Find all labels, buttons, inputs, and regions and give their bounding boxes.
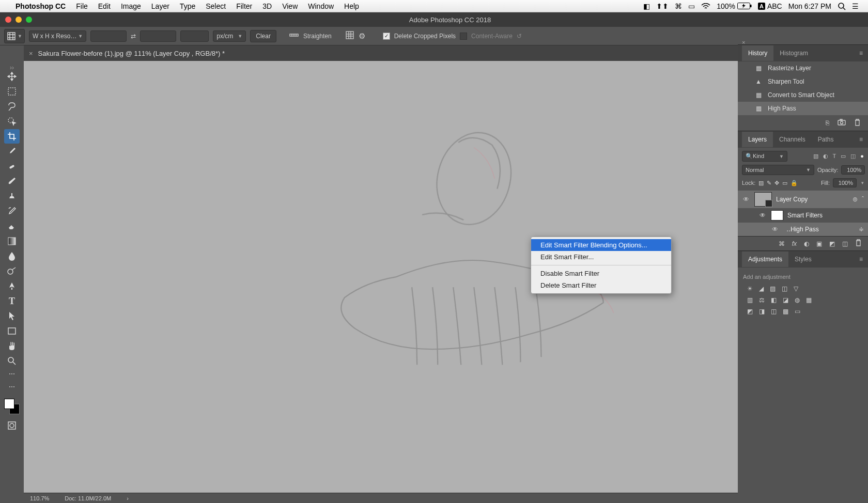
adj-selective-icon[interactable]: ▩ [783,308,788,315]
history-item[interactable]: ▦Rasterize Layer [738,61,868,75]
blur-tool[interactable] [4,249,20,263]
menu-file[interactable]: File [71,2,93,10]
delete-layer-icon[interactable] [855,239,862,248]
adj-balance-icon[interactable]: ⚖ [759,296,765,304]
new-adjustment-icon[interactable]: ◩ [829,240,835,247]
crop-resolution-input[interactable] [180,30,209,42]
swap-dimensions-icon[interactable]: ⇄ [131,33,136,40]
history-item[interactable]: ▲Sharpen Tool [738,75,868,88]
add-mask-icon[interactable]: ◐ [804,240,809,247]
menu-help[interactable]: Help [339,2,364,10]
menu-filter[interactable]: Filter [231,2,257,10]
crop-width-input[interactable] [90,30,127,42]
lock-all-icon[interactable]: 🔒 [791,180,798,186]
window-minimize-button[interactable] [16,17,22,23]
quick-mask-toggle[interactable] [4,418,20,433]
filter-mask-thumbnail[interactable] [771,210,783,221]
history-item[interactable]: ▦High Pass [738,102,868,115]
dodge-tool[interactable] [4,264,20,278]
adj-photo-filter-icon[interactable]: ◪ [783,296,788,304]
clone-stamp-tool[interactable] [4,189,20,203]
filter-adjust-icon[interactable]: ◐ [823,153,828,160]
airplay-icon[interactable]: ▭ [685,2,698,10]
adj-levels-icon[interactable]: ◢ [759,285,764,292]
adj-posterize-icon[interactable]: ◨ [759,308,765,315]
new-group-icon[interactable]: ▣ [816,240,822,247]
straighten-label[interactable]: Straighten [303,33,332,40]
adj-brightness-icon[interactable]: ☀ [747,285,753,292]
layers-panel-menu-icon[interactable]: ≡ [854,136,868,143]
tab-channels[interactable]: Channels [773,132,812,147]
history-delete-icon[interactable] [854,119,861,128]
document-tab[interactable]: × Sakura Flower-before (1).jpg @ 111% (L… [29,50,225,57]
zoom-tool[interactable] [4,354,20,368]
layer-expand-icon[interactable]: ˆ [862,196,864,203]
tab-adjustments[interactable]: Adjustments [742,252,788,267]
menu-edit[interactable]: Edit [93,2,116,10]
status-disclosure-icon[interactable]: › [127,495,129,501]
history-new-doc-icon[interactable]: ⎘ [826,119,829,127]
layer-row[interactable]: 👁 Layer Copy ⊚ ˆ [738,191,868,208]
adj-vibrance-icon[interactable]: ▽ [794,285,798,292]
crop-settings-icon[interactable]: ⚙ [359,32,365,41]
tab-layers[interactable]: Layers [742,132,773,147]
clock[interactable]: Mon 6:27 PM [785,2,834,10]
adj-invert-icon[interactable]: ◩ [747,308,753,315]
history-brush-tool[interactable] [4,204,20,218]
menu-view[interactable]: View [277,2,303,10]
crop-units-select[interactable]: px/cm▼ [213,30,246,42]
smart-filters-row[interactable]: 👁 Smart Filters [738,208,868,223]
menu-select[interactable]: Select [200,2,231,10]
delete-cropped-checkbox[interactable]: ✓ [383,33,390,40]
close-tab-icon[interactable]: × [29,50,33,57]
adj-lut-icon[interactable]: ▦ [806,296,812,304]
menu-extras-icon[interactable]: ☰ [849,2,862,10]
menubar-app-icon[interactable]: ◧ [640,2,653,10]
history-panel-menu-icon[interactable]: ≡ [854,50,868,57]
color-swatches[interactable] [4,399,20,414]
panel-group-close-icon[interactable]: × [742,39,745,45]
filter-smart-icon[interactable]: ◫ [850,153,856,160]
reset-crop-icon[interactable]: ↻ [517,33,522,40]
layer-filter-kind[interactable]: 🔍Kind▼ [742,151,787,162]
options-tool-indicator[interactable]: ▼ [4,29,25,43]
blend-mode-select[interactable]: Normal▼ [742,165,814,175]
menu-type[interactable]: Type [175,2,200,10]
fill-value[interactable]: 100% [833,178,857,187]
straighten-icon[interactable] [289,31,299,41]
lasso-tool[interactable] [4,99,20,114]
lock-transparency-icon[interactable]: ▨ [758,180,764,186]
ctx-disable-smart-filter[interactable]: Disable Smart Filter [531,268,671,279]
adj-exposure-icon[interactable]: ◫ [782,285,787,292]
dropbox-icon[interactable]: ⬆⬆ [653,2,672,10]
hand-tool[interactable] [4,339,20,353]
adj-threshold-icon[interactable]: ◫ [771,308,777,315]
adj-bw-icon[interactable]: ◧ [771,296,777,304]
app-menu[interactable]: Photoshop CC [10,2,71,10]
layer-thumbnail[interactable] [754,192,772,207]
adjustments-panel-menu-icon[interactable]: ≡ [854,256,868,263]
spotlight-icon[interactable] [834,2,849,10]
history-snapshot-icon[interactable] [838,119,846,127]
brush-tool[interactable] [4,174,20,188]
path-select-tool[interactable] [4,309,20,323]
status-zoom[interactable]: 110.7% [30,495,49,501]
layer-fx-icon[interactable]: fx [792,240,797,247]
tab-styles[interactable]: Styles [788,252,818,267]
clear-button[interactable]: Clear [250,30,276,42]
history-item[interactable]: ▦Convert to Smart Object [738,88,868,102]
tools-expand-grip[interactable]: ›› [10,64,14,69]
menu-image[interactable]: Image [116,2,146,10]
adj-gradient-map-icon[interactable]: ▭ [795,308,800,315]
new-layer-icon[interactable]: ◫ [842,240,848,247]
ctx-edit-smart-filter[interactable]: Edit Smart Filter... [531,251,671,263]
smart-filter-item[interactable]: 👁 …High Pass ≑ [738,223,868,236]
edit-toolbar-button[interactable]: ⋯ [4,380,20,394]
lock-pixels-icon[interactable]: ✎ [767,180,771,186]
pen-tool[interactable] [4,279,20,293]
crop-height-input[interactable] [140,30,176,42]
visibility-toggle-icon[interactable]: 👁 [758,212,767,219]
filter-type-icon[interactable]: T [833,153,836,160]
menu-layer[interactable]: Layer [146,2,175,10]
link-layers-icon[interactable]: ⌘ [779,240,785,247]
